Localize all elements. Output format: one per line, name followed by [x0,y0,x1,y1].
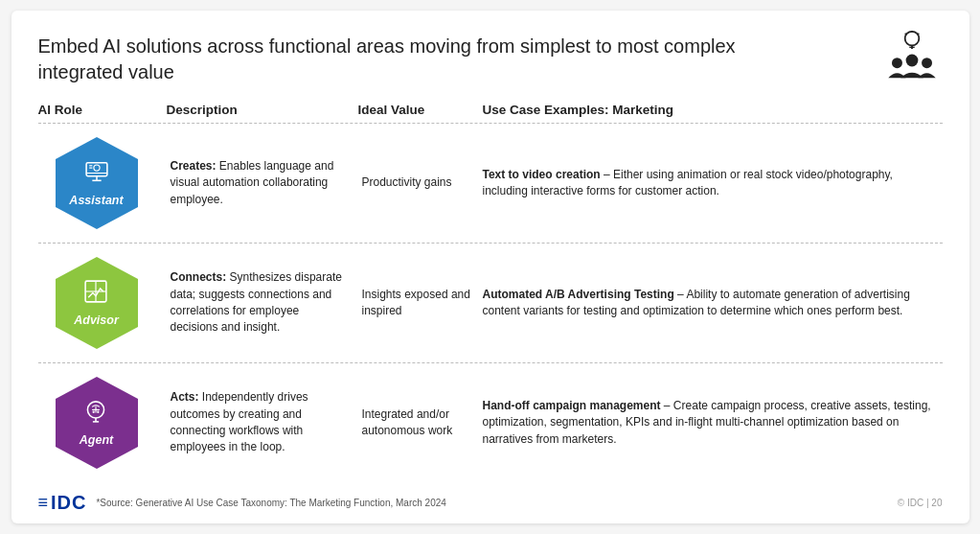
svg-line-5 [917,34,918,35]
svg-point-14 [93,165,99,171]
use-case-cell: Text to video creation – Either using an… [479,167,943,200]
col-header-usecase: Use Case Examples: Marketing [479,103,943,117]
main-card: Embed AI solutions across functional are… [11,11,969,523]
source-citation: *Source: Generative AI Use Case Taxonomy… [96,498,445,508]
header-icon [881,30,943,83]
role-label: Advisor [74,313,119,328]
use-case-cell: Automated A/B Advertising Testing – Abil… [479,287,943,320]
svg-point-6 [891,58,901,68]
col-header-role: AI Role [38,103,163,117]
description-cell: Creates: Enables language and visual aut… [163,158,354,208]
table-row: Advisor Connects: Synthesizes disparate … [38,244,943,363]
ideal-value-cell: Insights exposed and inspired [354,287,479,320]
role-label: Assistant [69,194,123,208]
idc-logo: ≡ IDC [38,492,87,514]
footer: ≡ IDC *Source: Generative AI Use Case Ta… [38,492,943,514]
role-label: Agent [80,433,113,448]
role-cell: Assistant [38,135,163,231]
header-row: Embed AI solutions across functional are… [38,34,943,85]
use-case-cell: Hand-off campaign management – Create ca… [479,398,943,448]
hex-shape: Assistant [54,135,140,231]
ideal-value-cell: Productivity gains [354,174,479,191]
description-bold: Acts: [171,390,199,404]
idc-wordmark: IDC [51,492,86,514]
use-case-bold: Text to video creation [483,168,601,181]
column-headers: AI Role Description Ideal Value Use Case… [38,103,943,124]
hex-shape: Agent [54,375,140,471]
role-cell: Advisor [38,255,163,351]
role-icon [82,278,109,311]
table-row: Assistant Creates: Enables language and … [38,124,943,244]
description-cell: Connects: Synthesizes disparate data; su… [163,269,354,337]
svg-point-7 [905,55,918,67]
page-title: Embed AI solutions across functional are… [38,34,824,85]
description-bold: Connects: [171,270,227,284]
description-bold: Creates: [171,159,217,173]
table-rows: Assistant Creates: Enables language and … [38,124,943,482]
role-cell: Agent [38,375,163,471]
table: AI Role Description Ideal Value Use Case… [38,103,943,482]
table-row: Agent Acts: Independently drives outcome… [38,363,943,482]
use-case-bold: Automated A/B Advertising Testing [483,288,674,301]
role-icon [82,398,109,430]
footer-left: ≡ IDC *Source: Generative AI Use Case Ta… [38,492,446,514]
svg-line-4 [904,34,905,35]
svg-point-28 [98,411,100,413]
svg-point-8 [922,58,932,68]
svg-point-0 [904,32,919,46]
hex-shape: Advisor [54,255,140,351]
col-header-value: Ideal Value [354,103,479,117]
description-cell: Acts: Independently drives outcomes by c… [163,389,354,456]
role-icon [83,158,110,191]
page-number: © IDC | 20 [898,498,943,508]
ideal-value-cell: Integrated and/or autonomous work [354,406,479,440]
use-case-bold: Hand-off campaign management [483,399,661,412]
svg-point-27 [93,411,95,413]
col-header-desc: Description [163,103,354,117]
idc-symbol: ≡ [38,493,48,513]
